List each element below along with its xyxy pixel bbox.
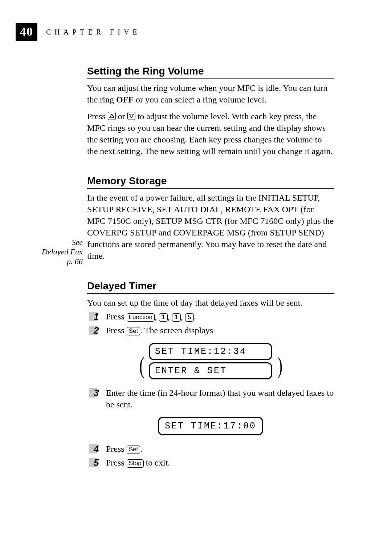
step-3: 3 Enter the time (in 24-hour format) tha… [87,387,341,411]
step-5: 5 Press Stop to exit. [87,457,341,469]
key-1-icon: 1 [172,313,181,322]
section-rule [87,293,334,294]
stop-key-icon: Stop [127,459,144,468]
delayed-timer-intro: You can set up the time of day that dela… [87,297,334,309]
step-number-1: 1 [87,311,106,322]
step-1: 1 Press Function, 1, 1, 5. [87,311,341,323]
step-number-3: 3 [87,387,106,399]
page-number: 40 [16,23,37,41]
step-4: 4 Press Set. [87,443,341,455]
chapter-label: CHAPTER FIVE [46,28,141,36]
svg-marker-1 [129,114,134,118]
margin-note-line1: See [72,238,83,247]
step-4-text: Press Set. [106,443,341,455]
lcd-line-2: ENTER & SET [149,362,272,379]
step-5-text: Press Stop to exit. [106,457,341,469]
cycle-left-icon: ( [139,351,144,379]
lcd-line-1: SET TIME:12:34 [149,343,272,360]
key-5-icon: 5 [185,313,194,322]
step-number-2: 2 [87,325,106,336]
key-1-icon: 1 [159,313,168,322]
step-3-text: Enter the time (in 24-hour format) that … [106,387,341,411]
svg-marker-0 [110,114,114,118]
section-rule [87,188,334,189]
step-number-5: 5 [87,457,106,468]
step-2-text: Press Set. The screen displays [106,325,341,337]
lcd-display-1: ( SET TIME:12:34 ENTER & SET ) [87,343,334,379]
section-rule [87,78,334,79]
set-key-icon: Set [127,327,140,335]
lcd-single-box: SET TIME:17:00 [158,417,263,435]
manual-page: 40 CHAPTER FIVE See Delayed Fax p. 66 Se… [0,0,392,552]
step-number-4: 4 [87,443,106,455]
ring-volume-paragraph-1: You can adjust the ring volume when your… [87,82,334,106]
margin-note-line2: Delayed Fax [42,247,83,256]
function-key-icon: Function [127,313,155,322]
step-2: 2 Press Set. The screen displays [87,325,341,337]
lcd-display-2: SET TIME:17:00 [87,417,334,435]
memory-storage-paragraph: In the event of a power failure, all set… [87,192,334,262]
margin-note-line3: p. 66 [67,257,83,266]
step-1-text: Press Function, 1, 1, 5. [106,311,341,323]
section-title-memory-storage: Memory Storage [87,175,341,187]
main-content: Setting the Ring Volume You can adjust t… [87,65,341,471]
page-header: 40 CHAPTER FIVE [16,23,141,41]
set-key-icon: Set [127,446,140,454]
down-arrow-key-icon [127,112,135,120]
margin-note-delayed-fax: See Delayed Fax p. 66 [36,238,83,266]
ring-volume-paragraph-2: Press or to adjust the volume level. Wit… [87,111,334,157]
cycle-right-icon: ) [278,351,282,379]
up-arrow-key-icon [108,112,116,120]
section-title-delayed-timer: Delayed Timer [87,280,341,292]
section-title-ring-volume: Setting the Ring Volume [87,65,341,77]
lcd-double-box: ( SET TIME:12:34 ENTER & SET ) [149,343,272,379]
